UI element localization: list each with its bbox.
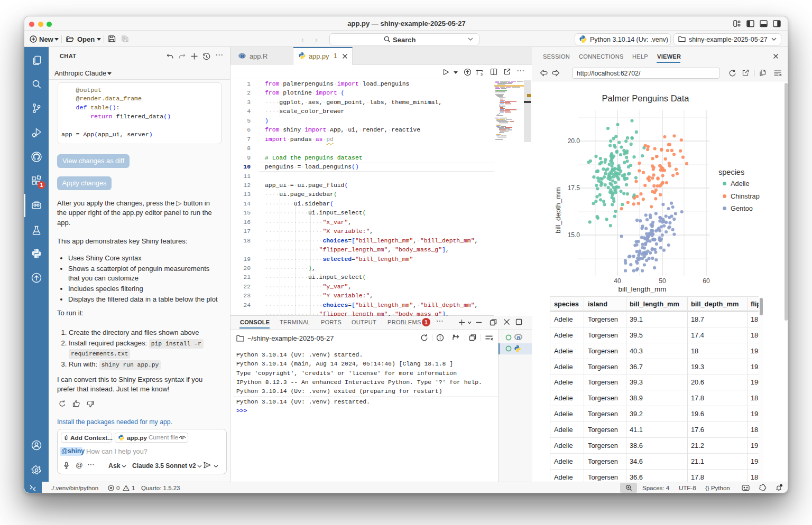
svg-text:R: R	[517, 335, 521, 341]
